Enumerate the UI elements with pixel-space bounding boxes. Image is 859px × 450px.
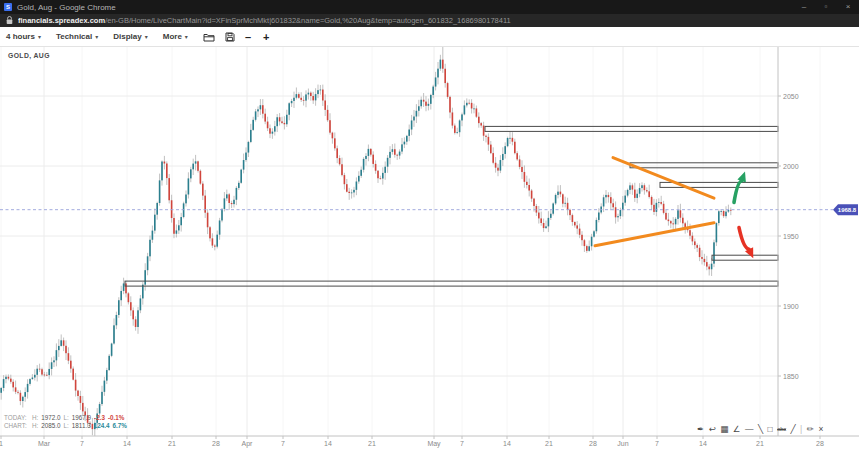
chevron-down-icon: ▾ <box>185 33 188 40</box>
x-axis-tick-label: 21 <box>168 440 176 447</box>
site-favicon: S <box>4 3 12 11</box>
chevron-down-icon: ▾ <box>145 33 148 40</box>
horizontal-line-tool-icon[interactable]: — <box>745 423 754 435</box>
freehand-tool-icon[interactable]: ↩ <box>709 423 716 435</box>
rectangle-tool-icon[interactable]: □ <box>768 423 773 435</box>
pencil-tool-icon[interactable]: ✏ <box>807 423 814 435</box>
x-axis-tick-label: 7 <box>80 440 84 447</box>
open-chart-icon[interactable] <box>203 32 215 42</box>
chart-symbol-label: GOLD, AUG <box>8 52 50 59</box>
more-dropdown[interactable]: More ▾ <box>163 32 188 41</box>
close-button[interactable]: × <box>837 0 859 14</box>
price-level-zone[interactable] <box>630 163 778 168</box>
legend-value: 1967.9 <box>72 414 91 421</box>
legend-value: H: <box>32 414 38 421</box>
legend-value: 6.7% <box>112 422 126 429</box>
price-level-zone[interactable] <box>125 281 778 286</box>
y-axis-tick-label: 1950 <box>783 233 799 240</box>
timeframe-label: 4 hours <box>6 32 35 41</box>
window-title: Gold, Aug - Google Chrome <box>17 3 793 12</box>
legend-value: 1811.3 <box>72 422 91 429</box>
down-arrow-drawing[interactable] <box>739 228 749 250</box>
y-axis-tick-label: 2050 <box>783 93 799 100</box>
chart-legend: TODAY:H:1972.0L:1967.9-2.3-0.1%CHART:H:2… <box>4 414 130 430</box>
x-axis-tick-label: 14 <box>503 440 511 447</box>
delete-drawing-icon[interactable]: × <box>818 423 823 435</box>
x-axis-tick-label: 14 <box>123 440 131 447</box>
x-axis-tick-label: 1 <box>0 440 3 447</box>
price-level-zone[interactable] <box>712 255 778 260</box>
browser-window: S Gold, Aug - Google Chrome – ▫ × financ… <box>0 0 859 450</box>
legend-value: CHART: <box>4 422 29 430</box>
x-axis-tick-label: Apr <box>242 440 254 448</box>
x-axis-tick-label: 28 <box>589 440 597 447</box>
x-axis-tick-label: 7 <box>460 440 464 447</box>
x-axis-tick-label: 21 <box>368 440 376 447</box>
zoom-out-button[interactable]: – <box>245 31 251 43</box>
x-axis-tick-label: Jun <box>617 440 628 447</box>
timeframe-dropdown[interactable]: 4 hours ▾ <box>6 32 41 41</box>
trendline-tool-icon[interactable]: ╲ <box>758 423 763 435</box>
legend-row: CHART:H:2085.0L:1811.3124.46.7% <box>4 422 130 430</box>
y-axis-tick-label: 1900 <box>783 303 799 310</box>
display-dropdown[interactable]: Display ▾ <box>113 32 147 41</box>
window-title-bar: S Gold, Aug - Google Chrome – ▫ × <box>0 0 859 14</box>
url-domain: financials.spreadex.com <box>18 16 105 25</box>
technical-label: Technical <box>56 32 92 41</box>
text-tool-icon[interactable]: abc <box>777 423 786 435</box>
legend-row: TODAY:H:1972.0L:1967.9-2.3-0.1% <box>4 414 130 422</box>
display-label: Display <box>113 32 141 41</box>
x-axis-tick-label: May <box>427 440 441 448</box>
drawing-tools-bar: ✒↩▦∠—╲□abc╱|✏× <box>697 423 828 435</box>
legend-value: 1972.0 <box>41 414 60 421</box>
up-arrowhead <box>737 172 745 183</box>
diagonal-line-tool-icon[interactable]: ╱ <box>790 423 795 435</box>
chevron-down-icon: ▾ <box>95 33 98 40</box>
chevron-down-icon: ▾ <box>38 33 41 40</box>
x-axis-tick-label: Mar <box>38 440 51 447</box>
legend-value: TODAY: <box>4 414 29 422</box>
fan-lines-tool-icon[interactable]: ∠ <box>733 423 741 435</box>
x-axis-tick-label: 21 <box>756 440 764 447</box>
minimize-button[interactable]: – <box>793 0 815 14</box>
x-axis-tick-label: 28 <box>212 440 220 447</box>
x-axis-tick-label: 7 <box>281 440 285 447</box>
x-axis-tick-label: 14 <box>699 440 707 447</box>
address-bar[interactable]: financials.spreadex.com/en-GB/Home/LiveC… <box>0 14 859 27</box>
current-price-tag-value: 1968.8 <box>838 207 857 213</box>
y-axis-tick-label: 2000 <box>783 163 799 170</box>
maximize-button[interactable]: ▫ <box>815 0 837 14</box>
x-axis-tick-label: 28 <box>816 440 824 447</box>
x-axis-tick-label: 7 <box>655 440 659 447</box>
x-axis-tick-label: 14 <box>324 440 332 447</box>
legend-value: L: <box>64 422 69 429</box>
url-path: /en-GB/Home/LiveChartMain?id=XFinSprMchM… <box>105 16 511 25</box>
cursor-tool-icon[interactable]: ✒ <box>697 423 704 435</box>
zoom-in-button[interactable]: + <box>263 31 269 43</box>
technical-dropdown[interactable]: Technical ▾ <box>56 32 98 41</box>
up-arrow-drawing[interactable] <box>734 181 742 202</box>
page-url: financials.spreadex.com/en-GB/Home/LiveC… <box>18 16 511 25</box>
legend-value: H: <box>32 422 38 429</box>
price-level-zone[interactable] <box>485 126 778 131</box>
legend-value: -0.1% <box>108 414 124 421</box>
x-axis-tick-label: 21 <box>545 440 553 447</box>
chart-toolbar: 4 hours ▾ Technical ▾ Display ▾ More ▾ <box>0 27 859 47</box>
legend-value: 2085.0 <box>41 422 60 429</box>
tools-separator: | <box>800 423 802 435</box>
trendline-drawing[interactable] <box>595 223 714 246</box>
y-axis-tick-label: 1850 <box>783 373 799 380</box>
grid-tool-icon[interactable]: ▦ <box>720 423 728 435</box>
legend-value: L: <box>64 414 69 421</box>
legend-value: -2.3 <box>94 414 105 421</box>
more-label: More <box>163 32 182 41</box>
legend-value: 124.4 <box>94 422 110 429</box>
save-icon[interactable] <box>225 32 235 42</box>
price-chart[interactable]: 1Mar7142128Apr71421May7142128Jun71421282… <box>0 47 859 450</box>
padlock-icon <box>6 16 13 25</box>
